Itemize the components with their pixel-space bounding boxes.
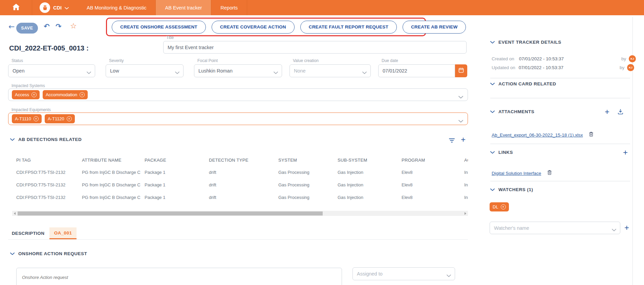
collapse-chevron-icon[interactable] bbox=[490, 150, 495, 155]
attachments-section-title: ATTACHMENTS bbox=[498, 109, 534, 114]
remove-chip-icon[interactable]: × bbox=[67, 116, 72, 121]
collapse-chevron-icon[interactable] bbox=[490, 40, 495, 45]
chevron-down-icon bbox=[458, 118, 463, 124]
chevron-down-icon bbox=[458, 94, 463, 100]
add-link-icon[interactable]: + bbox=[623, 148, 628, 157]
impacted-system-chip[interactable]: Accommodation × bbox=[43, 90, 88, 99]
delete-attachment-icon[interactable] bbox=[589, 131, 594, 138]
collapse-chevron-icon[interactable] bbox=[10, 137, 15, 142]
remove-chip-icon[interactable]: × bbox=[80, 92, 85, 97]
attachment-file-link[interactable]: Ab_Event_export_06-30-2022_15-18 (1).xls… bbox=[492, 133, 583, 138]
watchers-section-title: WATCHERS (1) bbox=[498, 187, 533, 192]
impacted-system-chip[interactable]: Access × bbox=[12, 90, 40, 99]
chevron-down-icon bbox=[612, 227, 616, 232]
section-divider bbox=[490, 181, 630, 181]
chevron-down-icon bbox=[175, 70, 179, 75]
detections-table: PI TAG ATTRIBUTE NAME PACKAGE DETECTION … bbox=[12, 154, 468, 206]
by-label: by bbox=[620, 65, 624, 70]
scroll-left-arrow[interactable] bbox=[12, 211, 17, 216]
remove-chip-icon[interactable]: × bbox=[34, 116, 39, 121]
title-label: Title bbox=[166, 35, 174, 40]
focal-point-label: Focal Point bbox=[197, 58, 218, 63]
title-input[interactable] bbox=[163, 41, 467, 54]
detections-section-title: AB DETECTIONS RELATED bbox=[18, 137, 82, 142]
by-label: by bbox=[621, 56, 626, 61]
chevron-down-icon bbox=[87, 70, 91, 75]
assigned-to-select[interactable]: Assigned to bbox=[352, 267, 455, 280]
add-watcher-icon[interactable]: + bbox=[624, 224, 629, 232]
table-header-row: PI TAG ATTRIBUTE NAME PACKAGE DETECTION … bbox=[12, 154, 468, 166]
table-row[interactable]: CDI:FPSO:T75-TSI-2132PG from InjGC B Dis… bbox=[12, 191, 468, 204]
favorite-star-icon[interactable]: ☆ bbox=[70, 22, 77, 30]
due-date-label: Due date bbox=[382, 58, 398, 63]
create-coverage-action-button[interactable]: CREATE COVERAGE ACTION bbox=[212, 21, 295, 34]
scrollbar-thumb[interactable] bbox=[18, 211, 323, 216]
impacted-systems-label: Impacted Systems bbox=[12, 83, 45, 88]
onshore-section-title: ONSHORE ACTION REQUEST bbox=[18, 251, 87, 256]
table-row[interactable]: CDI:FPSO:T75-TSI-2132PG from InjGC B Dis… bbox=[12, 166, 468, 179]
add-detection-icon[interactable]: + bbox=[461, 136, 466, 144]
calendar-icon bbox=[458, 67, 464, 74]
download-icon[interactable] bbox=[618, 109, 623, 116]
redo-icon[interactable]: ↷ bbox=[56, 23, 62, 30]
onshore-action-request-textarea[interactable] bbox=[16, 268, 342, 285]
value-creation-select[interactable]: None bbox=[289, 64, 371, 77]
severity-select[interactable]: Low bbox=[106, 64, 184, 77]
save-button[interactable]: SAVE bbox=[16, 23, 38, 34]
create-fault-report-request-button[interactable]: CREATE FAULT REPORT REQUEST bbox=[300, 21, 397, 34]
chevron-down-icon bbox=[274, 70, 278, 75]
create-onshore-assessment-button[interactable]: CREATE ONSHORE ASSESSMENT bbox=[112, 21, 206, 34]
nav-tab-reports[interactable]: Reports bbox=[211, 0, 247, 15]
tab-oa-001[interactable]: OA_001 bbox=[49, 227, 77, 239]
home-button[interactable] bbox=[0, 0, 32, 15]
col-clipped: AC bbox=[460, 154, 468, 166]
tabs-divider bbox=[8, 239, 468, 240]
user-avatar: KJ bbox=[629, 55, 636, 62]
create-ab-review-button[interactable]: CREATE AB REVIEW bbox=[403, 21, 466, 34]
external-link[interactable]: Digital Solution Interface bbox=[492, 171, 541, 176]
horizontal-scrollbar[interactable] bbox=[12, 211, 468, 216]
col-program: PROGRAM bbox=[398, 154, 460, 166]
filter-icon[interactable] bbox=[449, 138, 455, 144]
remove-chip-icon[interactable]: × bbox=[31, 92, 37, 97]
delete-link-icon[interactable] bbox=[547, 170, 552, 177]
tab-description[interactable]: DESCRIPTION bbox=[8, 227, 48, 239]
calendar-button[interactable] bbox=[455, 64, 467, 77]
chevron-down-icon bbox=[447, 273, 451, 278]
undo-icon[interactable]: ↶ bbox=[44, 23, 50, 30]
status-select[interactable]: Open bbox=[8, 64, 95, 77]
remove-watcher-icon[interactable]: × bbox=[501, 204, 506, 209]
collapse-chevron-icon[interactable] bbox=[490, 81, 495, 86]
table-row[interactable]: CDI:FPSO:T75-TSI-2132PG from InjGC B Dis… bbox=[12, 179, 468, 191]
back-arrow-icon[interactable]: ← bbox=[8, 23, 15, 30]
nav-tab-ab-monitoring[interactable]: AB Monitoring & Diagnostic bbox=[78, 0, 156, 15]
impacted-equipments-select[interactable]: A-T1110 × A-T1120 × bbox=[8, 113, 468, 125]
col-sub-system: SUB-SYSTEM bbox=[334, 154, 398, 166]
impacted-equipments-label: Impacted Equipments bbox=[12, 107, 51, 112]
watcher-chip[interactable]: DL × bbox=[490, 202, 509, 211]
watcher-name-select[interactable]: Watcher's name bbox=[490, 222, 620, 234]
workspace-menu[interactable]: CDI bbox=[32, 0, 78, 15]
created-on-label: Created on bbox=[492, 56, 514, 61]
created-row: Created on 07/01/2022 - 10:53:37 by KJ bbox=[492, 55, 636, 62]
add-attachment-icon[interactable]: + bbox=[605, 108, 609, 116]
updated-row: Updated on 07/01/2022 - 10:53:37 by KJ bbox=[492, 64, 634, 71]
col-attribute-name: ATTRIBUTE NAME bbox=[78, 154, 141, 166]
updated-on-label: Updated on bbox=[492, 65, 515, 70]
impacted-equipment-chip[interactable]: A-T1110 × bbox=[12, 114, 42, 123]
focal-point-select[interactable]: Lushkin Roman bbox=[194, 64, 282, 77]
section-divider bbox=[490, 144, 630, 144]
home-icon bbox=[13, 4, 20, 12]
updated-on-value: 07/01/2022 - 10:53:37 bbox=[519, 65, 563, 70]
collapse-chevron-icon[interactable] bbox=[10, 251, 15, 256]
scroll-right-arrow[interactable] bbox=[463, 211, 468, 216]
nav-tab-ab-event-tracker[interactable]: AB Event tracker bbox=[155, 0, 211, 15]
collapse-chevron-icon[interactable] bbox=[490, 187, 495, 192]
impacted-systems-select[interactable]: Access × Accommodation × bbox=[8, 88, 468, 101]
due-date-input[interactable]: 07/01/2022 bbox=[378, 64, 455, 77]
chevron-down-icon bbox=[65, 5, 69, 11]
section-divider bbox=[490, 98, 630, 98]
collapse-chevron-icon[interactable] bbox=[490, 109, 495, 114]
impacted-equipment-chip[interactable]: A-T1120 × bbox=[45, 114, 75, 123]
top-navbar: CDI AB Monitoring & Diagnostic AB Event … bbox=[0, 0, 644, 15]
